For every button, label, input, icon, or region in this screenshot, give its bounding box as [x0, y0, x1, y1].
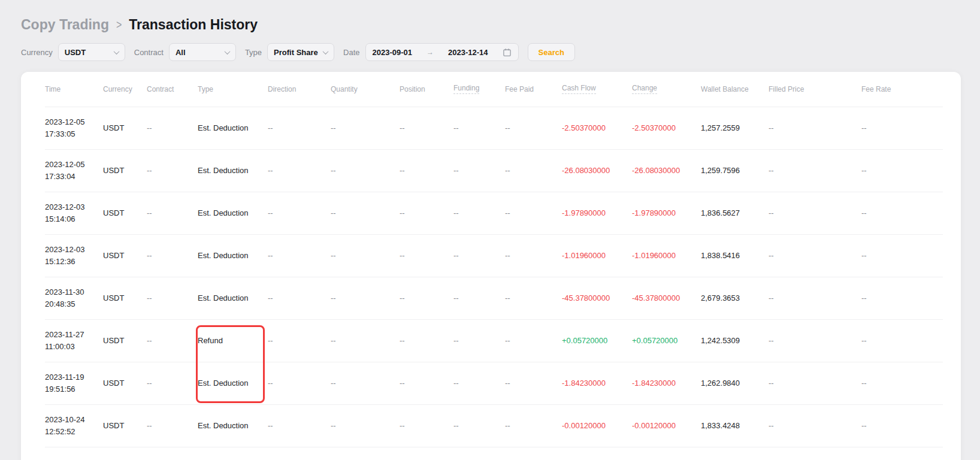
cell-position: --	[400, 319, 453, 362]
transactions-card: TimeCurrencyContractTypeDirectionQuantit…	[21, 72, 961, 460]
cell-type: Est. Deduction	[198, 234, 268, 277]
cell-contract: --	[147, 277, 198, 319]
column-header-quantity: Quantity	[331, 72, 400, 107]
breadcrumb: Copy Trading > Transaction History	[21, 17, 980, 33]
cell-fee_rate: --	[861, 192, 943, 234]
cell-filled_price: --	[769, 404, 861, 447]
search-button[interactable]: Search	[528, 43, 575, 61]
page-title: Transaction History	[129, 17, 258, 33]
cell-funding: --	[453, 107, 505, 149]
chevron-down-icon	[224, 49, 230, 55]
cell-cash_flow: -45.37800000	[562, 277, 632, 319]
cell-change: -1.01960000	[632, 234, 701, 277]
cell-wallet_balance: 1,242.5309	[701, 319, 769, 362]
column-header-change: Change	[632, 72, 701, 107]
cell-wallet_balance: 1,259.7596	[701, 149, 769, 192]
cell-currency: USDT	[103, 362, 147, 404]
cell-filled_price: --	[769, 234, 861, 277]
cell-currency: USDT	[103, 107, 147, 149]
cell-time: 2023-11-1919:51:56	[45, 362, 103, 404]
cell-position: --	[400, 362, 453, 404]
cell-time: 2023-12-0517:33:04	[45, 149, 103, 192]
cell-wallet_balance: 1,833.4248	[701, 404, 769, 447]
contract-select-value: All	[176, 48, 186, 57]
cell-quantity: --	[331, 277, 400, 319]
currency-select-value: USDT	[65, 48, 86, 57]
cell-change: -0.00120000	[632, 404, 701, 447]
cell-change: -2.50370000	[632, 107, 701, 149]
cell-position: --	[400, 234, 453, 277]
cell-position: --	[400, 149, 453, 192]
cell-time: 2023-12-0517:33:05	[45, 107, 103, 149]
cell-filled_price: --	[769, 319, 861, 362]
cell-funding: --	[453, 149, 505, 192]
cell-position: --	[400, 107, 453, 149]
cell-time: 2023-10-2412:52:52	[45, 404, 103, 447]
cell-fee_paid: --	[505, 107, 562, 149]
cell-fee_paid: --	[505, 404, 562, 447]
cell-cash_flow: -1.01960000	[562, 234, 632, 277]
cell-direction: --	[268, 277, 331, 319]
cell-currency: USDT	[103, 149, 147, 192]
cell-direction: --	[268, 319, 331, 362]
cell-type: Est. Deduction	[198, 277, 268, 319]
breadcrumb-copy-trading[interactable]: Copy Trading	[21, 17, 109, 33]
cell-cash_flow: +0.05720000	[562, 319, 632, 362]
filter-bar: Currency USDT Contract All Type Profit S…	[21, 43, 980, 61]
cell-time: 2023-11-3020:48:35	[45, 277, 103, 319]
cell-fee_paid: --	[505, 149, 562, 192]
table-header: TimeCurrencyContractTypeDirectionQuantit…	[45, 72, 943, 107]
column-header-position: Position	[400, 72, 453, 107]
currency-filter-label: Currency	[21, 48, 53, 57]
cell-contract: --	[147, 107, 198, 149]
column-header-fee_paid: Fee Paid	[505, 72, 562, 107]
column-header-time: Time	[45, 72, 103, 107]
cell-direction: --	[268, 404, 331, 447]
cell-fee_rate: --	[861, 404, 943, 447]
table-row: 2023-11-3020:48:35USDT--Est. Deduction--…	[45, 277, 943, 319]
cell-funding: --	[453, 234, 505, 277]
column-header-direction: Direction	[268, 72, 331, 107]
date-range-picker[interactable]: 2023-09-01 → 2023-12-14	[365, 43, 519, 61]
cell-type: Est. Deduction	[198, 362, 268, 404]
cell-fee_paid: --	[505, 319, 562, 362]
date-start-value: 2023-09-01	[373, 48, 413, 57]
cell-currency: USDT	[103, 234, 147, 277]
column-header-cash_flow: Cash Flow	[562, 72, 632, 107]
cell-time: 2023-12-0315:12:36	[45, 234, 103, 277]
cell-fee_paid: --	[505, 192, 562, 234]
cell-fee_rate: --	[861, 107, 943, 149]
cell-quantity: --	[331, 404, 400, 447]
cell-funding: --	[453, 362, 505, 404]
contract-select[interactable]: All	[169, 43, 236, 61]
cell-fee_rate: --	[861, 362, 943, 404]
cell-contract: --	[147, 362, 198, 404]
copy-trading-transaction-history-page: Copy Trading > Transaction History Curre…	[0, 17, 980, 460]
cell-position: --	[400, 277, 453, 319]
date-filter-label: Date	[343, 48, 359, 57]
cell-quantity: --	[331, 107, 400, 149]
calendar-icon	[503, 48, 512, 57]
cell-cash_flow: -1.97890000	[562, 192, 632, 234]
arrow-right-icon: →	[427, 48, 434, 56]
column-header-filled_price: Filled Price	[769, 72, 861, 107]
cell-filled_price: --	[769, 107, 861, 149]
cell-quantity: --	[331, 234, 400, 277]
table-header-row: TimeCurrencyContractTypeDirectionQuantit…	[45, 72, 943, 107]
cell-currency: USDT	[103, 404, 147, 447]
table-row: 2023-11-2711:00:03USDT--Refund----------…	[45, 319, 943, 362]
cell-fee_paid: --	[505, 277, 562, 319]
type-select[interactable]: Profit Share	[267, 43, 334, 61]
cell-filled_price: --	[769, 192, 861, 234]
currency-select[interactable]: USDT	[58, 43, 125, 61]
cell-contract: --	[147, 404, 198, 447]
cell-type: Est. Deduction	[198, 404, 268, 447]
column-header-contract: Contract	[147, 72, 198, 107]
type-filter-label: Type	[245, 48, 262, 57]
column-header-type: Type	[198, 72, 268, 107]
table-row: 2023-12-0315:12:36USDT--Est. Deduction--…	[45, 234, 943, 277]
cell-direction: --	[268, 149, 331, 192]
cell-direction: --	[268, 362, 331, 404]
table-row: 2023-12-0315:14:06USDT--Est. Deduction--…	[45, 192, 943, 234]
cell-contract: --	[147, 234, 198, 277]
